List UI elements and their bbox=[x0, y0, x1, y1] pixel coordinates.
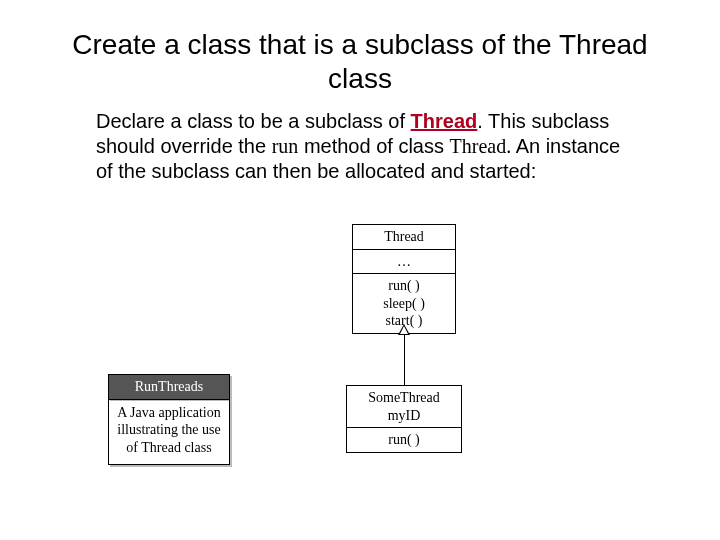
mono-thread: Thread. bbox=[450, 135, 512, 157]
slide-body: Declare a class to be a subclass of Thre… bbox=[0, 95, 720, 184]
inheritance-arrowhead-icon bbox=[398, 324, 410, 335]
uml-diagram: Thread … run( ) sleep( ) start( ) SomeTh… bbox=[0, 224, 720, 524]
body-part-3: method of class bbox=[298, 135, 449, 157]
uml-somethread-class: SomeThread myID run( ) bbox=[346, 385, 462, 453]
slide-title: Create a class that is a subclass of the… bbox=[0, 0, 720, 95]
uml-runthreads-class: RunThreads A Java application illustrati… bbox=[108, 374, 230, 465]
uml-runthreads-body: A Java application illustrating the use … bbox=[108, 399, 230, 466]
uml-thread-class: Thread … run( ) sleep( ) start( ) bbox=[352, 224, 456, 334]
uml-thread-name: Thread bbox=[352, 224, 456, 249]
uml-somethread-name: SomeThread myID bbox=[346, 385, 462, 427]
keyword-thread: Thread bbox=[411, 110, 478, 132]
inheritance-line bbox=[404, 335, 406, 385]
uml-runthreads-name: RunThreads bbox=[108, 374, 230, 399]
uml-thread-attrs: … bbox=[352, 249, 456, 274]
uml-somethread-ops: run( ) bbox=[346, 427, 462, 453]
mono-run: run bbox=[272, 135, 299, 157]
body-part-1: Declare a class to be a subclass of bbox=[96, 110, 411, 132]
